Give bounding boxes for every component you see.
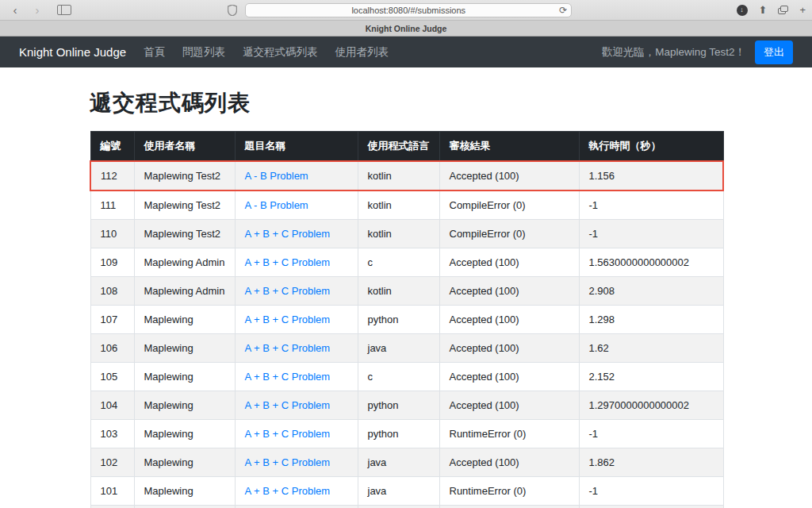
cell-time: -1 [579, 190, 723, 220]
cell-result: Accepted (100) [439, 506, 579, 508]
welcome-text: 歡迎光臨，Maplewing Test2！ [602, 45, 745, 60]
cell-time: -1 [579, 420, 723, 448]
cell-problem: A + B + C Problem [235, 220, 358, 248]
page-title: 遞交程式碼列表 [90, 88, 722, 118]
header-problem: 題目名稱 [235, 132, 358, 162]
forward-button[interactable]: › [29, 4, 46, 16]
cell-language: java [358, 448, 439, 477]
cell-id: 105 [90, 363, 134, 391]
new-tab-icon[interactable]: + [799, 5, 806, 15]
table-row: 107MaplewingA + B + C ProblempythonAccep… [90, 306, 723, 334]
cell-result: Accepted (100) [439, 334, 579, 363]
submissions-table-body: 112Maplewing Test2A - B ProblemkotlinAcc… [90, 161, 723, 508]
header-time: 執行時間（秒） [579, 132, 723, 162]
cell-time: 2.2889999999999997 [579, 506, 723, 508]
cell-problem: A + B + C Problem [235, 448, 358, 477]
cell-result: Accepted (100) [439, 391, 579, 420]
cell-user: Maplewing Test2 [134, 161, 235, 190]
problem-link[interactable]: A + B + C Problem [245, 456, 331, 468]
cell-time: 1.2970000000000002 [579, 391, 723, 420]
tab-overview-icon[interactable] [778, 6, 788, 14]
problem-link[interactable]: A + B + C Problem [245, 285, 331, 297]
share-icon[interactable]: ⬆ [759, 5, 768, 15]
cell-id: 111 [90, 190, 134, 220]
cell-user: Maplewing [134, 334, 235, 363]
problem-link[interactable]: A - B Problem [245, 199, 308, 211]
cell-result: Accepted (100) [439, 363, 579, 391]
cell-user: Maplewing [134, 306, 235, 334]
browser-tab-strip: Knight Online Judge [0, 21, 812, 37]
cell-user: Maplewing Admin [134, 248, 235, 277]
cell-result: Accepted (100) [439, 277, 579, 306]
table-row: 101MaplewingA + B + C ProblemjavaRuntime… [90, 477, 723, 506]
brand[interactable]: Knight Online Judge [19, 45, 126, 59]
problem-link[interactable]: A + B + C Problem [245, 371, 331, 383]
header-language: 使用程式語言 [358, 132, 439, 162]
problem-link[interactable]: A + B + C Problem [245, 256, 331, 268]
cell-result: RuntimeError (0) [439, 420, 579, 448]
cell-result: CompileError (0) [439, 190, 579, 220]
reload-icon[interactable]: ⟳ [559, 5, 567, 16]
table-row: 110Maplewing Test2A + B + C Problemkotli… [90, 220, 723, 248]
cell-problem: A + B + C Problem [235, 506, 358, 508]
cell-id: 112 [90, 161, 134, 190]
cell-result: Accepted (100) [439, 306, 579, 334]
problem-link[interactable]: A - B Problem [245, 170, 308, 182]
table-row: 100MaplewingA + B + C ProblemjavaAccepte… [90, 506, 723, 508]
cell-user: Maplewing [134, 448, 235, 477]
cell-time: 1.298 [579, 306, 723, 334]
table-row: 109Maplewing AdminA + B + C ProblemcAcce… [90, 248, 723, 277]
problem-link[interactable]: A + B + C Problem [245, 342, 331, 354]
header-user: 使用者名稱 [134, 132, 235, 162]
nav-links: 首頁 問題列表 遞交程式碼列表 使用者列表 [144, 45, 389, 60]
table-row: 111Maplewing Test2A - B ProblemkotlinCom… [90, 190, 723, 220]
header-id: 編號 [90, 132, 134, 162]
table-row: 102MaplewingA + B + C ProblemjavaAccepte… [90, 448, 723, 477]
cell-result: Accepted (100) [439, 248, 579, 277]
cell-language: python [358, 306, 439, 334]
cell-result: RuntimeError (0) [439, 477, 579, 506]
cell-language: python [358, 391, 439, 420]
cell-id: 107 [90, 306, 134, 334]
nav-item-users[interactable]: 使用者列表 [335, 45, 389, 60]
cell-time: 1.862 [579, 448, 723, 477]
problem-link[interactable]: A + B + C Problem [245, 428, 331, 440]
nav-item-home[interactable]: 首頁 [144, 45, 165, 60]
cell-time: 1.156 [579, 161, 723, 190]
cell-problem: A - B Problem [235, 190, 358, 220]
cell-time: 2.152 [579, 363, 723, 391]
cell-id: 108 [90, 277, 134, 306]
address-bar[interactable]: localhost:8080/#/submissions ⟳ [245, 3, 572, 17]
cell-problem: A - B Problem [235, 161, 358, 190]
tab-title[interactable]: Knight Online Judge [366, 24, 447, 33]
cell-user: Maplewing [134, 363, 235, 391]
cell-problem: A + B + C Problem [235, 420, 358, 448]
downloads-icon[interactable]: ↓ [737, 5, 748, 16]
sidebar-toggle-icon[interactable] [57, 5, 71, 15]
cell-id: 110 [90, 220, 134, 248]
nav-item-submissions[interactable]: 遞交程式碼列表 [243, 45, 318, 60]
cell-language: java [358, 506, 439, 508]
toolbar-right-icons: ↓ ⬆ + [737, 5, 806, 16]
logout-button[interactable]: 登出 [755, 40, 793, 64]
back-button[interactable]: ‹ [6, 4, 24, 16]
cell-language: kotlin [358, 220, 439, 248]
cell-language: kotlin [358, 161, 439, 190]
header-result: 審核結果 [439, 132, 579, 162]
problem-link[interactable]: A + B + C Problem [245, 399, 331, 411]
browser-toolbar: ‹ › localhost:8080/#/submissions ⟳ ↓ ⬆ + [0, 0, 812, 21]
cell-user: Maplewing [134, 506, 235, 508]
problem-link[interactable]: A + B + C Problem [245, 485, 331, 497]
cell-language: python [358, 420, 439, 448]
cell-id: 101 [90, 477, 134, 506]
table-row: 104MaplewingA + B + C ProblempythonAccep… [90, 391, 723, 420]
problem-link[interactable]: A + B + C Problem [245, 314, 331, 325]
nav-item-problems[interactable]: 問題列表 [182, 45, 225, 60]
cell-problem: A + B + C Problem [235, 306, 358, 334]
cell-problem: A + B + C Problem [235, 477, 358, 506]
cell-id: 104 [90, 391, 134, 420]
content-blocker-shield-icon[interactable] [228, 5, 237, 16]
navbar-right: 歡迎光臨，Maplewing Test2！ 登出 [602, 40, 793, 64]
problem-link[interactable]: A + B + C Problem [245, 228, 331, 240]
table-row: 112Maplewing Test2A - B ProblemkotlinAcc… [90, 161, 723, 190]
